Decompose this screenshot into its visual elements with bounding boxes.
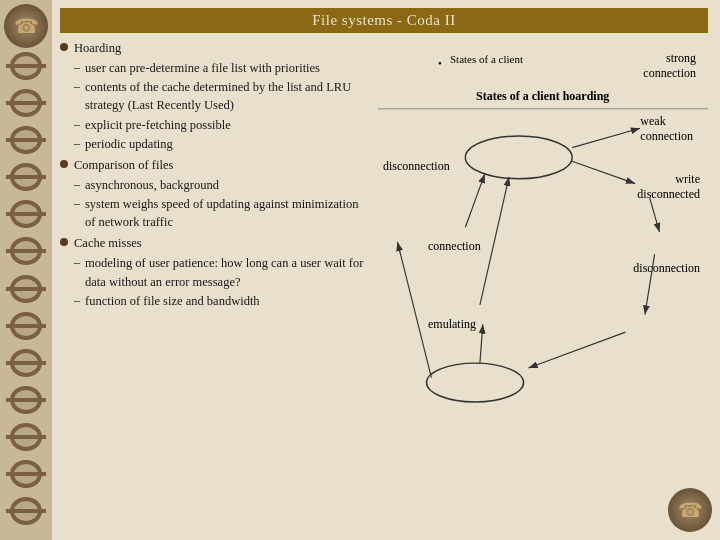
spiral-ring — [10, 312, 42, 340]
bullet-dot-hoarding — [60, 43, 68, 51]
svg-point-4 — [427, 363, 524, 402]
bullet-cache: Cache misses — [60, 234, 370, 252]
sub-item-4: – periodic updating — [74, 135, 370, 153]
spiral-ring — [10, 349, 42, 377]
sub-item-6: – system weighs speed of updating agains… — [74, 195, 370, 231]
spiral-ring — [10, 89, 42, 117]
sub-item-3: – explicit pre-fetching possible — [74, 116, 370, 134]
svg-line-13 — [528, 332, 625, 368]
spiral-ring — [10, 163, 42, 191]
spiral-ring — [10, 460, 42, 488]
spiral-ring — [10, 237, 42, 265]
dash-icon: – — [74, 195, 80, 212]
dash-icon: – — [74, 78, 80, 95]
spiral-ring — [10, 52, 42, 80]
sub-item-2: – contents of the cache determined by th… — [74, 78, 370, 114]
bullet-text-hoarding: Hoarding — [74, 39, 370, 57]
right-panel: • States of a client States of a client … — [378, 39, 708, 532]
sub-text-7: modeling of user patience: how long can … — [85, 254, 370, 290]
svg-line-6 — [572, 161, 635, 183]
spiral-ring — [10, 497, 42, 525]
sub-text-5: asynchronous, background — [85, 176, 370, 194]
slide: ☎ File systems - Coda II Hoarding — [0, 0, 720, 540]
diagram-hoarding-label: States of a client hoarding — [476, 89, 609, 104]
svg-line-8 — [650, 198, 660, 232]
spiral-ring — [10, 423, 42, 451]
sub-item-7: – modeling of user patience: how long ca… — [74, 254, 370, 290]
bullet-comparison: Comparison of files — [60, 156, 370, 174]
dash-icon: – — [74, 116, 80, 133]
diagram-states-label: States of a client — [450, 53, 523, 65]
sub-item-8: – function of file size and bandwidth — [74, 292, 370, 310]
diagram-connection-label: connection — [428, 239, 481, 254]
sub-text-6: system weighs speed of updating against … — [85, 195, 370, 231]
svg-line-12 — [397, 242, 431, 378]
spiral-ring — [10, 275, 42, 303]
state-diagram: • States of a client States of a client … — [378, 39, 708, 532]
svg-line-9 — [480, 177, 509, 305]
spiral-ring — [10, 126, 42, 154]
dash-icon: – — [74, 59, 80, 76]
sub-text-8: function of file size and bandwidth — [85, 292, 370, 310]
slide-title: File systems - Coda II — [60, 8, 708, 33]
sub-text-3: explicit pre-fetching possible — [85, 116, 370, 134]
dash-icon: – — [74, 292, 80, 309]
sub-text-2: contents of the cache determined by the … — [85, 78, 370, 114]
spiral-ring — [10, 386, 42, 414]
svg-point-3 — [465, 136, 572, 179]
sub-item-5: – asynchronous, background — [74, 176, 370, 194]
dash-icon: – — [74, 176, 80, 193]
diagram-bullet: • — [438, 57, 442, 69]
diagram-disconnection2-label: disconnection — [633, 261, 700, 276]
diagram-disconnection-label: disconnection — [383, 159, 450, 174]
bullet-text-cache: Cache misses — [74, 234, 370, 252]
sub-text-1: user can pre-determine a file list with … — [85, 59, 370, 77]
diagram-weak-connection-label: weakconnection — [640, 114, 693, 144]
diagram-arrows — [378, 39, 708, 532]
diagram-write-disconnected-label: writedisconnected — [637, 172, 700, 202]
bullet-dot-comparison — [60, 160, 68, 168]
top-left-decoration: ☎ — [4, 4, 48, 48]
dash-icon: – — [74, 254, 80, 271]
main-content: Hoarding – user can pre-determine a file… — [60, 39, 708, 532]
svg-line-5 — [572, 128, 640, 147]
sub-text-4: periodic updating — [85, 135, 370, 153]
bullet-hoarding: Hoarding — [60, 39, 370, 57]
spiral-binding: ☎ — [0, 0, 52, 540]
diagram-emulating-label: emulating — [428, 317, 476, 332]
content-area: File systems - Coda II Hoarding – user c… — [52, 0, 720, 540]
svg-line-7 — [465, 174, 484, 227]
spiral-ring — [10, 200, 42, 228]
bottom-right-decoration: ☎ — [668, 488, 712, 532]
sub-item-1: – user can pre-determine a file list wit… — [74, 59, 370, 77]
bullet-text-comparison: Comparison of files — [74, 156, 370, 174]
bullet-dot-cache — [60, 238, 68, 246]
diagram-strong-connection-label: strongconnection — [643, 51, 696, 81]
svg-line-11 — [480, 324, 483, 363]
dash-icon: – — [74, 135, 80, 152]
left-panel: Hoarding – user can pre-determine a file… — [60, 39, 370, 532]
